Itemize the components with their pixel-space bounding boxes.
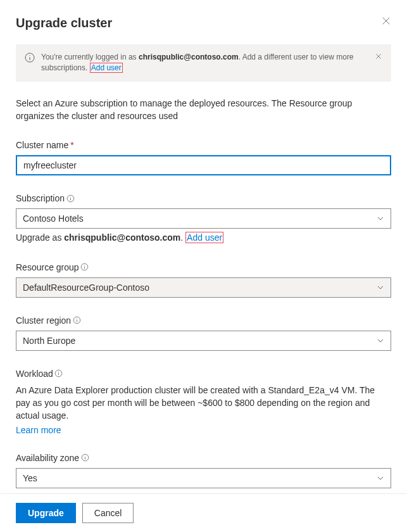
panel-description: Select an Azure subscription to manage t… bbox=[16, 97, 391, 123]
resource-group-label: Resource group bbox=[16, 262, 391, 272]
availability-zone-select[interactable]: Yes bbox=[16, 468, 391, 488]
chevron-down-icon bbox=[377, 215, 384, 222]
svg-point-16 bbox=[85, 456, 85, 457]
info-icon[interactable] bbox=[80, 453, 89, 462]
info-icon[interactable] bbox=[72, 316, 81, 325]
subscription-helper: Upgrade as chrisqpublic@contoso.com. Add… bbox=[16, 231, 391, 244]
cluster-name-label: Cluster name* bbox=[16, 140, 391, 150]
info-message-text: You're currently logged in as chrisqpubl… bbox=[41, 52, 368, 74]
info-message-bar: You're currently logged in as chrisqpubl… bbox=[16, 44, 391, 82]
cluster-region-label: Cluster region bbox=[16, 315, 391, 326]
subscription-label: Subscription bbox=[16, 193, 391, 203]
page-title: Upgrade cluster bbox=[16, 16, 112, 30]
chevron-down-icon bbox=[377, 337, 384, 345]
dismiss-icon[interactable] bbox=[375, 52, 382, 62]
workload-label: Workload bbox=[16, 369, 391, 379]
close-icon[interactable] bbox=[381, 16, 391, 26]
svg-point-7 bbox=[84, 265, 85, 266]
svg-point-4 bbox=[70, 196, 71, 197]
subscription-select[interactable]: Contoso Hotels bbox=[16, 208, 391, 229]
info-icon[interactable] bbox=[66, 194, 75, 203]
info-icon[interactable] bbox=[80, 263, 89, 272]
cancel-button[interactable]: Cancel bbox=[82, 503, 134, 523]
svg-point-10 bbox=[77, 319, 77, 319]
info-icon bbox=[25, 53, 35, 63]
info-icon[interactable] bbox=[54, 369, 63, 378]
svg-point-13 bbox=[58, 372, 59, 372]
svg-point-1 bbox=[29, 55, 30, 56]
workload-description: An Azure Data Explorer production cluste… bbox=[16, 384, 391, 422]
chevron-down-icon bbox=[377, 474, 384, 482]
cluster-region-select[interactable]: North Europe bbox=[16, 331, 391, 351]
chevron-down-icon bbox=[377, 284, 384, 291]
upgrade-button[interactable]: Upgrade bbox=[16, 503, 76, 523]
availability-zone-label: Availability zone bbox=[16, 453, 391, 463]
resource-group-select[interactable]: DefaultResourceGroup-Contoso bbox=[16, 277, 391, 298]
learn-more-link[interactable]: Learn more bbox=[16, 425, 61, 435]
add-user-link-info[interactable]: Add user bbox=[90, 63, 123, 73]
cluster-name-input[interactable] bbox=[16, 155, 391, 175]
add-user-link-subscription[interactable]: Add user bbox=[185, 232, 223, 243]
